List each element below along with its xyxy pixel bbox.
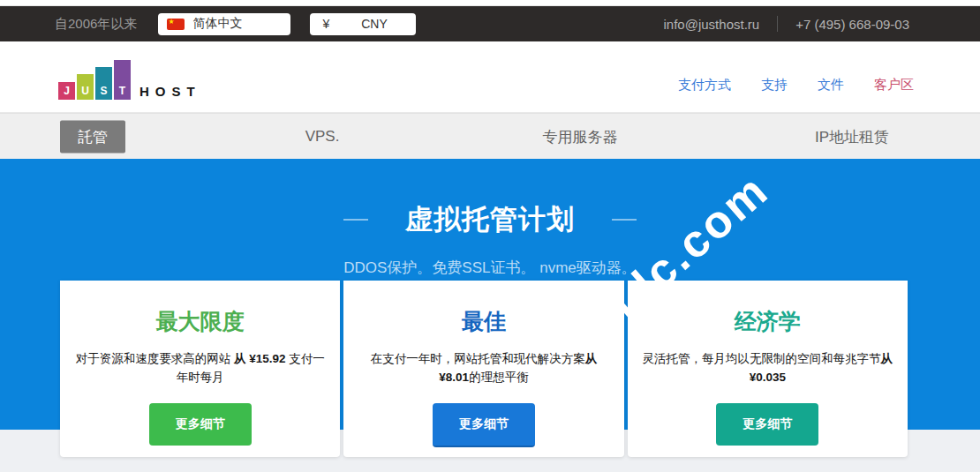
currency-label: CNY [361,17,388,31]
nav-payment-methods[interactable]: 支付方式 [678,77,731,94]
tab-hosting[interactable]: 託管 [60,120,125,153]
china-flag-icon: ★ [167,19,185,30]
flag-star: ★ [168,16,174,27]
plan-price: 从 ¥15.92 [234,352,286,365]
plan-title: 经济学 [642,307,893,336]
language-selector[interactable]: ★ 简体中文 [158,13,290,35]
page: 自2006年以来 ★ 简体中文 ¥ CNY info@justhost.ru +… [0,0,980,472]
plan-description: 在支付一年时，网站托管和现代解决方案从 ¥8.01的理想平衡 [358,350,609,387]
plan-description: 灵活托管，每月均以无限制的空间和每兆字节从 ¥0.035 [642,350,893,387]
hero-subtitle: DDOS保护。免费SSL证书。 nvme驱动器。 [0,258,980,278]
product-tabbar: 託管 VPS. 专用服务器 IP地址租赁 [0,113,980,159]
plan-title: 最佳 [358,307,609,336]
plan-desc-post: 的理想平衡 [469,371,529,384]
plan-card-best: 最佳 在支付一年时，网站托管和现代解决方案从 ¥8.01的理想平衡 更多细节 [343,281,623,457]
more-details-button[interactable]: 更多细节 [433,403,535,447]
logo-word: HOST [139,84,201,99]
nav-documents[interactable]: 文件 [818,77,844,94]
logo-bar-t: T [114,60,131,100]
logo-bar-u: U [77,74,94,100]
topbar-contacts: info@justhost.ru +7 (495) 668-09-03 [664,16,909,32]
phone-link[interactable]: +7 (495) 668-09-03 [795,17,909,32]
justhost-logo[interactable]: J U S T HOST [58,60,201,100]
language-label: 简体中文 [192,16,242,32]
logo-bar-s: S [95,67,112,100]
tab-dedicated-servers[interactable]: 专用服务器 [543,126,618,146]
plan-desc-pre: 在支付一年时，网站托管和现代解决方案 [371,352,585,365]
main-nav: 支付方式 支持 文件 客户区 [678,77,914,94]
title-dash-left [343,219,368,221]
nav-support[interactable]: 支持 [761,77,788,94]
tab-ip-rental[interactable]: IP地址租赁 [815,126,889,146]
plan-card-maximum: 最大限度 对于资源和速度要求高的网站 从 ¥15.92 支付一年时每月 更多细节 [60,281,340,457]
top-white-strip [0,0,980,6]
tab-vps[interactable]: VPS. [305,128,340,146]
plan-desc-pre: 对于资源和速度要求高的网站 [76,352,234,365]
nav-client-area[interactable]: 客户区 [874,77,914,94]
email-link[interactable]: info@justhost.ru [664,17,760,32]
currency-symbol: ¥ [322,17,329,31]
more-details-button[interactable]: 更多细节 [716,403,818,446]
title-dash-right [612,219,637,221]
since-text: 自2006年以来 [55,16,137,33]
contact-divider [777,16,778,32]
more-details-button[interactable]: 更多细节 [149,403,252,446]
logo-bar-j: J [58,82,75,100]
currency-selector[interactable]: ¥ CNY [310,13,416,35]
plan-card-economy: 经济学 灵活托管，每月均以无限制的空间和每兆字节从 ¥0.035 更多细节 [628,281,908,457]
plan-desc-pre: 灵活托管，每月均以无限制的空间和每兆字节 [643,352,881,365]
plan-title: 最大限度 [74,307,326,336]
hero-title: 虚拟托管计划 [405,201,575,238]
header: J U S T HOST 支付方式 支持 文件 客户区 [0,41,980,113]
plan-cards: 最大限度 对于资源和速度要求高的网站 从 ¥15.92 支付一年时每月 更多细节… [60,281,908,457]
plan-description: 对于资源和速度要求高的网站 从 ¥15.92 支付一年时每月 [74,350,326,387]
topbar: 自2006年以来 ★ 简体中文 ¥ CNY info@justhost.ru +… [0,6,980,41]
